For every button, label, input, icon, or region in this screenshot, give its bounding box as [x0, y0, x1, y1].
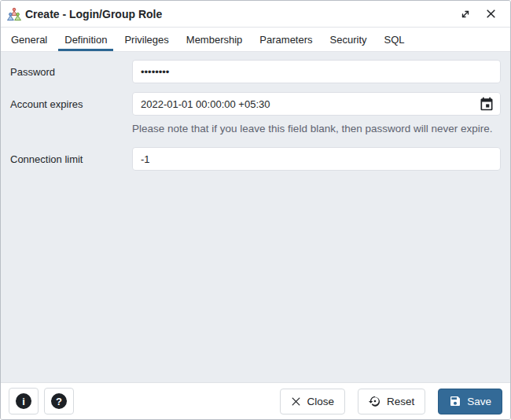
reset-button-label: Reset	[387, 396, 414, 407]
dialog-titlebar: Create - Login/Group Role	[1, 1, 510, 27]
password-input[interactable]	[132, 60, 501, 83]
info-icon: i	[16, 393, 31, 409]
tab-definition[interactable]: Definition	[56, 28, 116, 51]
close-button-label: Close	[307, 396, 334, 407]
sql-help-button[interactable]: i	[9, 388, 39, 414]
save-button[interactable]: Save	[438, 389, 502, 414]
save-icon	[449, 395, 461, 407]
group-role-icon	[7, 7, 21, 21]
password-field-wrap	[132, 60, 501, 83]
connection-limit-label: Connection limit	[10, 147, 132, 165]
reset-button[interactable]: Reset	[358, 389, 425, 414]
password-label: Password	[10, 60, 132, 78]
help-icon: ?	[51, 393, 67, 409]
password-row: Password	[10, 60, 501, 83]
account-expires-field-wrap	[132, 92, 501, 116]
save-button-label: Save	[467, 396, 491, 407]
tab-membership[interactable]: Membership	[178, 28, 252, 51]
calendar-icon	[479, 96, 494, 112]
dialog-title: Create - Login/Group Role	[25, 8, 162, 20]
date-picker-button[interactable]	[477, 95, 496, 112]
tab-sql[interactable]: SQL	[376, 28, 414, 51]
tab-general[interactable]: General	[2, 28, 56, 51]
close-button[interactable]: Close	[280, 389, 345, 414]
expand-icon	[460, 9, 471, 20]
account-expires-label: Account expires	[10, 92, 132, 110]
connection-limit-row: Connection limit	[10, 147, 501, 171]
connection-limit-input[interactable]	[132, 147, 501, 171]
create-login-group-role-dialog: Create - Login/Group Role General Defi	[0, 0, 511, 420]
reset-icon	[369, 395, 381, 407]
dialog-close-button[interactable]	[482, 6, 499, 23]
tab-security[interactable]: Security	[322, 28, 376, 51]
close-x-icon	[291, 396, 301, 407]
dialog-tabbar: General Definition Privileges Membership…	[1, 27, 510, 52]
definition-tab-panel: Password Account expires Please note tha…	[1, 52, 510, 382]
account-expires-row: Account expires	[10, 92, 501, 116]
dialog-footer: i ? Close Reset Save	[1, 382, 510, 419]
close-icon	[486, 9, 496, 19]
dialog-help-button[interactable]: ?	[44, 388, 74, 414]
connection-limit-field-wrap	[132, 147, 501, 171]
tab-parameters[interactable]: Parameters	[251, 28, 321, 51]
account-expires-input[interactable]	[132, 92, 501, 116]
expand-button[interactable]	[457, 6, 474, 23]
password-expiry-note: Please note that if you leave this field…	[132, 121, 500, 137]
tab-privileges[interactable]: Privileges	[116, 28, 177, 51]
